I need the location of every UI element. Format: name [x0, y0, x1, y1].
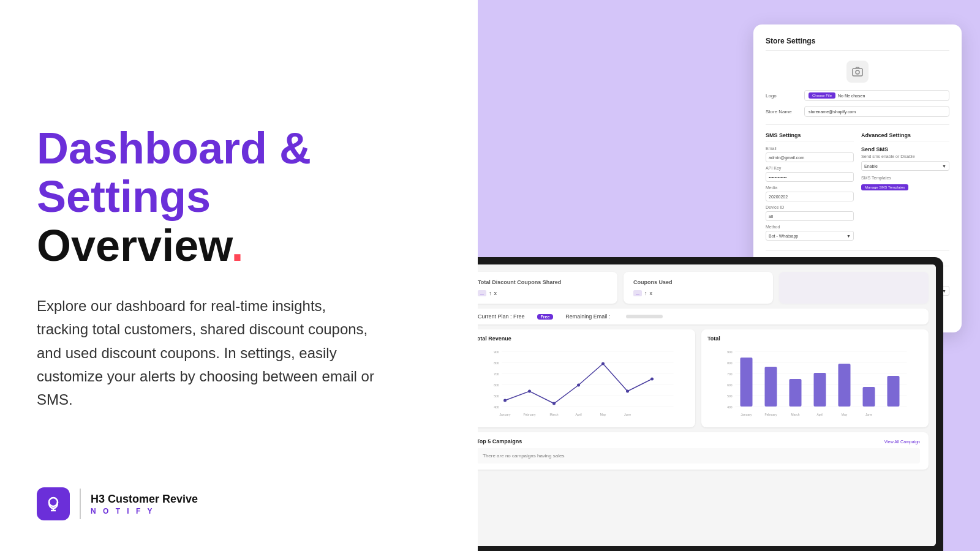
- svg-rect-3: [853, 69, 862, 76]
- svg-point-0: [49, 498, 58, 506]
- advanced-settings-title: Advanced Settings: [861, 132, 949, 141]
- choose-file-btn[interactable]: Choose File: [809, 92, 835, 99]
- svg-text:600: 600: [727, 383, 733, 387]
- stat-coupons-shared-title: Total Discount Coupons Shared: [478, 279, 608, 285]
- svg-point-23: [552, 402, 556, 405]
- send-sms-label: Send SMS: [861, 146, 949, 152]
- method-chevron: ▼: [846, 234, 851, 238]
- svg-point-4: [856, 70, 859, 74]
- svg-rect-47: [765, 367, 777, 407]
- svg-text:April: April: [816, 413, 823, 416]
- logo-choose-btn[interactable]: Choose File No file chosen: [804, 90, 949, 101]
- stat-cards-row: Total Discount Coupons Shared — ↑ x: [478, 272, 929, 304]
- svg-text:—: —: [636, 292, 639, 296]
- svg-text:January: January: [500, 413, 511, 416]
- svg-text:600: 600: [494, 383, 499, 387]
- svg-rect-50: [839, 364, 851, 407]
- stat1-x: x: [494, 290, 497, 296]
- enable-sms-select[interactable]: Enable ▼: [861, 161, 949, 171]
- plan-bar: Current Plan : Free Free Remaining Email…: [478, 309, 929, 324]
- svg-text:May: May: [600, 413, 606, 416]
- brand-text: H3 Customer Revive N O T I F Y: [91, 493, 198, 515]
- method-label: Method: [766, 225, 854, 229]
- svg-point-27: [650, 378, 654, 381]
- stat-coupons-shared-value: — ↑ x: [478, 290, 608, 296]
- sms-settings-title: SMS Settings: [766, 132, 854, 141]
- svg-point-24: [577, 384, 580, 387]
- svg-rect-46: [741, 358, 753, 407]
- main-content: Dashboard & Settings Overview. Explore o…: [37, 37, 441, 487]
- media-input[interactable]: 20200202: [766, 192, 854, 201]
- svg-text:400: 400: [494, 405, 499, 409]
- stat2-arrow: ↑: [644, 290, 647, 296]
- brand-footer: H3 Customer Revive N O T I F Y: [37, 487, 441, 520]
- svg-point-22: [528, 390, 531, 393]
- plan-badge: Free: [537, 314, 554, 320]
- laptop-screen: Total Discount Coupons Shared — ↑ x: [478, 257, 943, 551]
- stat1-arrow: ↑: [489, 290, 492, 296]
- stat-card-empty: [779, 272, 929, 304]
- method-select[interactable]: Bot - Whatsapp ▼: [766, 231, 854, 241]
- email-settings-row: Email admin@gmail.com: [766, 146, 854, 162]
- svg-text:900: 900: [727, 350, 733, 354]
- method-row: Method Bot - Whatsapp ▼: [766, 225, 854, 241]
- svg-text:900: 900: [494, 350, 499, 354]
- svg-text:March: March: [791, 413, 800, 416]
- store-name-field-row: Store Name storename@shopify.com: [766, 106, 949, 117]
- view-all-campaigns[interactable]: View All Campaign: [884, 440, 920, 444]
- laptop-container: Total Discount Coupons Shared — ↑ x: [478, 257, 980, 551]
- headline-dot: .: [232, 221, 244, 270]
- store-name-input[interactable]: storename@shopify.com: [804, 106, 949, 117]
- bar-chart-container: 900 800 700 600 500 400: [707, 345, 922, 425]
- logo-no-file: No file chosen: [838, 94, 865, 98]
- svg-text:800: 800: [494, 361, 499, 365]
- headline-black: Overview: [37, 221, 232, 270]
- headline-purple: Dashboard & Settings: [37, 124, 311, 221]
- svg-text:400: 400: [727, 405, 733, 409]
- plan-label: Current Plan : Free: [478, 313, 525, 320]
- left-panel: Dashboard & Settings Overview. Explore o…: [0, 0, 478, 551]
- stat-card-coupons-used: Coupons Used — ↑ x: [624, 272, 773, 304]
- camera-icon: [846, 61, 869, 83]
- remaining-bar: [626, 315, 663, 318]
- logo-label: Logo: [766, 93, 799, 99]
- stat1-icon: —: [478, 290, 486, 296]
- api-key-input[interactable]: ••••••••••••: [766, 172, 854, 182]
- svg-text:700: 700: [494, 372, 499, 376]
- svg-text:June: June: [624, 413, 631, 416]
- stat2-x: x: [650, 290, 653, 296]
- logo-field-row: Logo Choose File No file chosen: [766, 90, 949, 101]
- svg-rect-49: [814, 373, 826, 407]
- campaigns-title: Top 5 Campaigns: [478, 438, 522, 444]
- svg-text:April: April: [575, 413, 581, 416]
- email-input[interactable]: admin@gmail.com: [766, 152, 854, 162]
- device-id-input[interactable]: all: [766, 211, 854, 221]
- svg-point-21: [503, 399, 507, 402]
- remaining-label: Remaining Email :: [565, 313, 610, 320]
- headline: Dashboard & Settings Overview.: [37, 124, 441, 270]
- right-panel: Store Settings Logo Choose File No file …: [478, 0, 980, 551]
- svg-text:March: March: [550, 413, 559, 416]
- brand-name: H3 Customer Revive: [91, 493, 198, 506]
- charts-row: Total Revenue: [478, 329, 929, 427]
- brand-tagline: N O T I F Y: [91, 507, 198, 515]
- media-row: Media 20200202: [766, 186, 854, 201]
- line-chart-svg: 900 800 700 600 500 400: [478, 345, 689, 419]
- svg-rect-52: [888, 376, 900, 407]
- campaigns-header: Top 5 Campaigns View All Campaign: [478, 438, 920, 444]
- svg-text:May: May: [842, 413, 848, 416]
- media-label: Media: [766, 186, 854, 190]
- device-id-label: Device ID: [766, 205, 854, 209]
- bar-chart-title: Total: [707, 335, 922, 342]
- description-text: Explore our dashboard for real-time insi…: [37, 294, 380, 412]
- send-sms-sublabel: Send sms enable or Disable: [861, 154, 949, 159]
- svg-point-25: [601, 362, 605, 365]
- manage-sms-btn[interactable]: Manage SMS Templates: [861, 184, 908, 190]
- api-key-row: API Key ••••••••••••: [766, 166, 854, 182]
- store-name-label: Store Name: [766, 109, 799, 114]
- stat-coupons-used-value: — ↑ x: [633, 290, 763, 296]
- svg-text:800: 800: [727, 361, 733, 365]
- svg-text:—: —: [480, 292, 484, 296]
- sms-templates-label: SMS Templates: [861, 176, 949, 180]
- svg-text:June: June: [865, 413, 872, 416]
